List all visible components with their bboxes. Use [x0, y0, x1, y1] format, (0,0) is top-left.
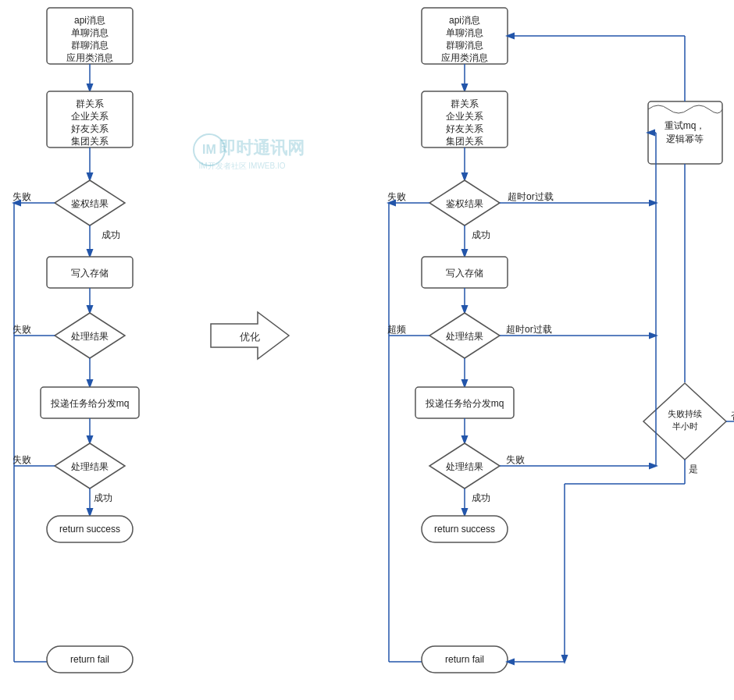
- svg-text:超时or过载: 超时or过载: [508, 191, 554, 202]
- svg-text:失败: 失败: [12, 324, 31, 335]
- svg-text:成功: 成功: [472, 492, 490, 503]
- svg-text:群聊消息: 群聊消息: [446, 40, 483, 51]
- svg-text:处理结果: 处理结果: [71, 461, 109, 472]
- right-return-success: return success: [434, 524, 495, 535]
- right-return-fail: return fail: [445, 654, 484, 665]
- left-start-line3: 群聊消息: [71, 40, 109, 51]
- svg-text:重试mq，: 重试mq，: [665, 120, 706, 131]
- svg-text:超频: 超频: [387, 324, 406, 335]
- svg-text:应用类消息: 应用类消息: [441, 52, 488, 63]
- svg-text:失败: 失败: [506, 454, 525, 465]
- svg-text:IM开发者社区 IMWEB.IO: IM开发者社区 IMWEB.IO: [198, 162, 285, 170]
- diagram-container: api消息 单聊消息 群聊消息 应用类消息 群关系 企业关系 好友关系 集团关系…: [0, 0, 734, 700]
- left-start-line4: 应用类消息: [66, 52, 113, 63]
- svg-text:群关系: 群关系: [76, 98, 104, 109]
- svg-text:鉴权结果: 鉴权结果: [446, 198, 483, 209]
- svg-text:写入存储: 写入存储: [446, 268, 483, 279]
- svg-text:群关系: 群关系: [451, 98, 479, 109]
- optimization-label: 优化: [240, 331, 260, 343]
- svg-text:api消息: api消息: [449, 15, 480, 26]
- svg-text:投递任务给分发mq: 投递任务给分发mq: [50, 398, 130, 409]
- svg-text:投递任务给分发mq: 投递任务给分发mq: [425, 398, 504, 409]
- svg-text:成功: 成功: [94, 492, 112, 503]
- svg-text:失败: 失败: [12, 454, 31, 465]
- svg-text:写入存储: 写入存储: [71, 268, 109, 279]
- svg-text:超时or过载: 超时or过载: [506, 324, 552, 335]
- svg-text:处理结果: 处理结果: [446, 461, 483, 472]
- svg-text:失败持续: 失败持续: [668, 409, 702, 418]
- svg-text:鉴权结果: 鉴权结果: [71, 198, 109, 209]
- svg-text:好友关系: 好友关系: [446, 123, 483, 134]
- left-start-line1: api消息: [74, 15, 105, 26]
- svg-text:企业关系: 企业关系: [446, 111, 483, 122]
- svg-text:成功: 成功: [472, 229, 490, 240]
- left-start-line2: 单聊消息: [71, 27, 109, 38]
- svg-text:逻辑幂等: 逻辑幂等: [666, 133, 704, 144]
- svg-text:IM: IM: [202, 143, 216, 156]
- svg-text:失败: 失败: [12, 191, 31, 202]
- svg-text:单聊消息: 单聊消息: [446, 27, 483, 38]
- left-return-success: return success: [59, 524, 120, 535]
- svg-text:是: 是: [689, 464, 698, 474]
- left-return-fail: return fail: [70, 654, 109, 665]
- svg-text:处理结果: 处理结果: [446, 331, 483, 342]
- svg-text:失败: 失败: [387, 191, 406, 202]
- svg-text:企业关系: 企业关系: [71, 111, 109, 122]
- svg-text:集团关系: 集团关系: [71, 136, 109, 147]
- svg-text:处理结果: 处理结果: [71, 331, 109, 342]
- svg-text:半小时: 半小时: [672, 421, 698, 431]
- svg-text:成功: 成功: [102, 229, 120, 240]
- flowchart-svg: api消息 单聊消息 群聊消息 应用类消息 群关系 企业关系 好友关系 集团关系…: [0, 0, 734, 700]
- svg-text:好友关系: 好友关系: [71, 123, 109, 134]
- svg-text:否: 否: [731, 410, 734, 421]
- svg-text:即时通讯网: 即时通讯网: [219, 138, 305, 158]
- svg-text:集团关系: 集团关系: [446, 136, 483, 147]
